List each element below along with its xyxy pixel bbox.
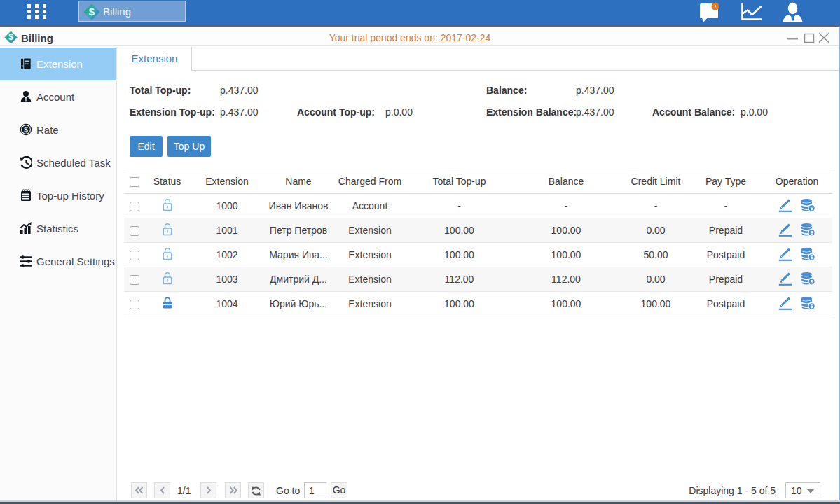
svg-text:$: $ — [89, 6, 95, 18]
svg-text:$: $ — [811, 230, 813, 236]
svg-text:$: $ — [811, 304, 813, 309]
svg-text:!: ! — [715, 4, 717, 10]
svg-text:$: $ — [811, 255, 813, 260]
svg-text:$: $ — [811, 206, 813, 211]
svg-text:$: $ — [811, 279, 813, 285]
svg-text:$: $ — [24, 126, 28, 134]
